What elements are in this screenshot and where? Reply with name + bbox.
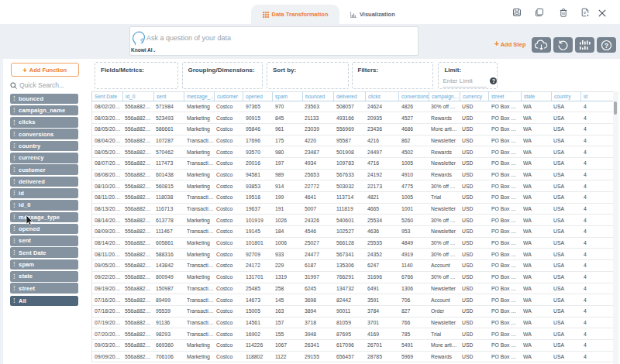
svg-text:?: ? (604, 41, 609, 49)
